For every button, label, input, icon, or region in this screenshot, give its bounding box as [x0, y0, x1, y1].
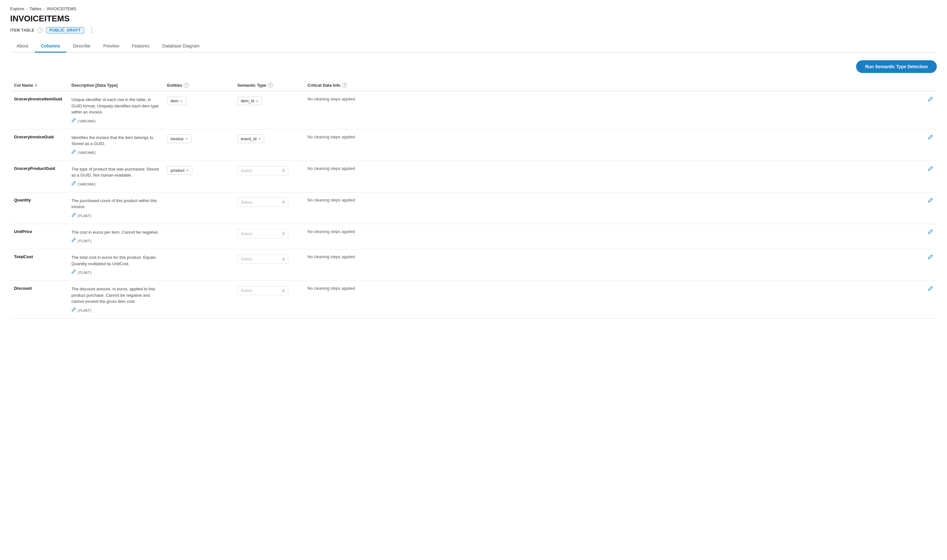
description-text: The type of product that was purchased. …	[71, 166, 159, 178]
edit-description-button[interactable]	[71, 238, 76, 243]
description-text: The purchased count of this product with…	[71, 198, 159, 210]
page-title: INVOICEITEMS	[10, 14, 937, 24]
help-icon-semantic[interactable]: ?	[268, 83, 273, 88]
entity-tag-remove-button[interactable]: ×	[185, 136, 188, 141]
entities-cell-6	[163, 281, 233, 319]
breadcrumb-tables[interactable]: Tables	[29, 6, 42, 11]
actions-cell-0	[924, 91, 937, 129]
col-name-cell-3: Quantity	[10, 192, 68, 224]
semantic-tag-remove-button[interactable]: ×	[256, 99, 258, 103]
col-name-cell-2: GroceryProductGuid	[10, 161, 68, 192]
breadcrumb-current: INVOICEITEMS	[46, 6, 76, 11]
description-text: Identifies the invoice that the item bel…	[71, 134, 159, 147]
table-row: Quantity The purchased count of this pro…	[10, 192, 937, 224]
semantic-select-placeholder: Select	[241, 231, 252, 236]
desc-cell-3: The purchased count of this product with…	[68, 192, 163, 224]
run-semantic-detection-button[interactable]: Run Semantic Type Detection	[856, 60, 937, 73]
help-icon-meta[interactable]: ?	[38, 28, 43, 33]
semantic-type-select[interactable]: Select	[237, 286, 288, 295]
entities-cell-3	[163, 192, 233, 224]
desc-cell-4: The cost in euros per item. Cannot be ne…	[68, 224, 163, 249]
desc-cell-6: The discount amount, in euros, applied t…	[68, 281, 163, 319]
tabs-nav: About Columns Describe Preview Features …	[10, 40, 937, 52]
tab-database-diagram[interactable]: Database Diagram	[156, 40, 206, 52]
entity-tag-remove-button[interactable]: ×	[180, 99, 183, 103]
entity-tag-label: invoice	[171, 136, 184, 141]
tab-about[interactable]: About	[10, 40, 35, 52]
col-name-cell-4: UnitPrice	[10, 224, 68, 249]
semantic-select-placeholder: Select	[241, 168, 252, 173]
edit-description-button[interactable]	[71, 181, 76, 186]
critical-data-label: No cleaning steps applied	[307, 97, 355, 102]
critical-cell-1: No cleaning steps applied	[304, 129, 924, 161]
tab-features[interactable]: Features	[126, 40, 156, 52]
col-name-label: UnitPrice	[14, 229, 32, 234]
entity-tag-remove-button[interactable]: ×	[186, 168, 188, 172]
data-type-badge: [VARCHAR]	[77, 151, 96, 155]
more-options-button[interactable]: ⋮	[87, 27, 96, 34]
actions-cell-2	[924, 161, 937, 192]
tab-preview[interactable]: Preview	[97, 40, 126, 52]
semantic-cell-5: Select	[233, 249, 304, 281]
semantic-tag-remove-button[interactable]: ×	[258, 136, 261, 141]
critical-cell-2: No cleaning steps applied	[304, 161, 924, 192]
semantic-cell-4: Select	[233, 224, 304, 249]
semantic-type-select[interactable]: Select	[237, 198, 288, 207]
semantic-tag-label: item_id	[241, 98, 254, 103]
desc-cell-0: Unique identifier of each row in the tab…	[68, 91, 163, 129]
edit-critical-info-button[interactable]	[928, 167, 933, 172]
critical-data-label: No cleaning steps applied	[307, 198, 355, 202]
status-badge[interactable]: PUBLIC_DRAFT	[46, 27, 84, 34]
col-name-label: GroceryProductGuid	[14, 166, 55, 171]
edit-critical-info-button[interactable]	[928, 135, 933, 140]
th-semantic-type: Semantic Type ?	[233, 79, 304, 91]
description-text: The total cost in euros for this product…	[71, 254, 159, 267]
col-name-label: Discount	[14, 286, 32, 291]
th-col-name[interactable]: Col Name	[10, 79, 68, 91]
th-entities: Entities ?	[163, 79, 233, 91]
semantic-type-select[interactable]: Select	[237, 254, 288, 264]
critical-data-label: No cleaning steps applied	[307, 166, 355, 171]
data-type-badge: [VARCHAR]	[77, 119, 96, 123]
critical-data-label: No cleaning steps applied	[307, 134, 355, 139]
actions-cell-4	[924, 224, 937, 249]
table-row: GroceryProductGuid The type of product t…	[10, 161, 937, 192]
toolbar: Run Semantic Type Detection	[10, 60, 937, 73]
edit-description-button[interactable]	[71, 149, 76, 155]
edit-critical-info-button[interactable]	[928, 255, 933, 260]
data-type-badge: [FLOAT]	[77, 214, 92, 218]
col-name-cell-6: Discount	[10, 281, 68, 319]
actions-cell-1	[924, 129, 937, 161]
semantic-select-placeholder: Select	[241, 200, 252, 205]
semantic-select-placeholder: Select	[241, 288, 252, 293]
breadcrumb-explore[interactable]: Explore	[10, 6, 24, 11]
edit-description-button[interactable]	[71, 269, 76, 275]
semantic-tag-label: event_id	[241, 136, 256, 141]
select-arrows	[282, 200, 285, 204]
critical-data-label: No cleaning steps applied	[307, 286, 355, 291]
select-arrows	[282, 169, 285, 172]
semantic-cell-1: event_id ×	[233, 129, 304, 161]
semantic-cell-3: Select	[233, 192, 304, 224]
edit-critical-info-button[interactable]	[928, 97, 933, 103]
tab-columns[interactable]: Columns	[35, 40, 67, 52]
edit-description-button[interactable]	[71, 212, 76, 218]
critical-cell-0: No cleaning steps applied	[304, 91, 924, 129]
col-name-label: GroceryInvoiceItemGuid	[14, 97, 62, 102]
edit-description-button[interactable]	[71, 307, 76, 313]
critical-cell-6: No cleaning steps applied	[304, 281, 924, 319]
edit-critical-info-button[interactable]	[928, 286, 933, 292]
th-actions	[924, 79, 937, 91]
edit-critical-info-button[interactable]	[928, 230, 933, 235]
data-type-badge: [VARCHAR]	[77, 182, 96, 186]
help-icon-critical[interactable]: ?	[342, 83, 347, 88]
edit-critical-info-button[interactable]	[928, 198, 933, 204]
edit-description-button[interactable]	[71, 118, 76, 123]
col-name-cell-0: GroceryInvoiceItemGuid	[10, 91, 68, 129]
tab-describe[interactable]: Describe	[66, 40, 97, 52]
help-icon-entities[interactable]: ?	[184, 83, 189, 88]
th-description: Description [Data Type]	[68, 79, 163, 91]
semantic-type-select[interactable]: Select	[237, 166, 288, 175]
semantic-type-select[interactable]: Select	[237, 229, 288, 238]
entity-tag-chip: product ×	[167, 166, 192, 175]
